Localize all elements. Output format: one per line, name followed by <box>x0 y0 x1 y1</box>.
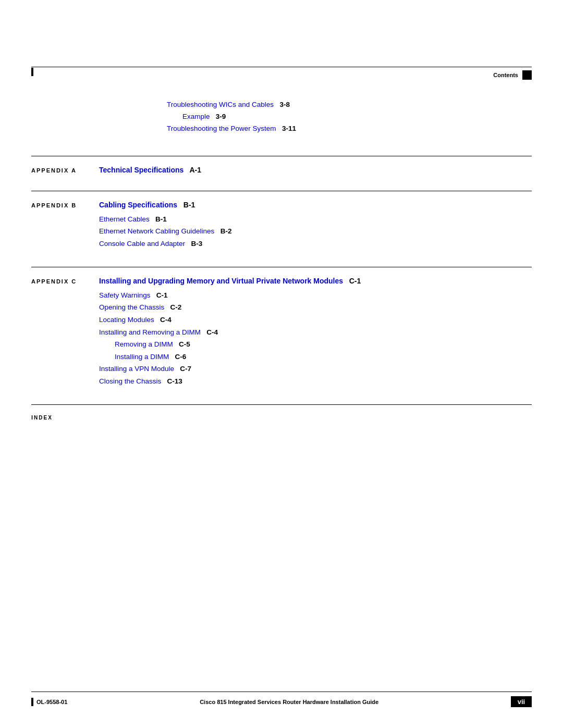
appendix-c-entry-5-text: Removing a DIMM <box>115 340 173 348</box>
appendix-b-entries: Ethernet Cables B-1 Ethernet Network Cab… <box>99 213 532 250</box>
left-top-bar <box>31 68 33 76</box>
appendix-b-row: APPENDIX B Cabling Specifications B-1 <box>31 201 532 209</box>
toc-entry-example-page: 3-9 <box>212 113 226 120</box>
contents-header: Contents <box>493 70 532 80</box>
appendix-b-entry-1[interactable]: Ethernet Cables B-1 <box>99 213 532 226</box>
toc-entry-wics-text: Troubleshooting WICs and Cables <box>167 101 274 108</box>
appendix-c-label: APPENDIX C <box>31 278 99 285</box>
footer-title: Cisco 815 Integrated Services Router Har… <box>67 699 511 705</box>
footer: OL-9558-01 Cisco 815 Integrated Services… <box>0 692 563 707</box>
appendix-a-section: APPENDIX A Technical Specifications A-1 <box>31 156 532 174</box>
appendix-c-entry-3[interactable]: Locating Modules C-4 <box>99 314 532 326</box>
toc-entry-power-text: Troubleshooting the Power System <box>167 125 276 132</box>
footer-top-line <box>31 692 532 692</box>
appendix-c-entry-6-page: C-6 <box>171 353 186 361</box>
appendix-a-title[interactable]: Technical Specifications A-1 <box>99 166 201 174</box>
appendix-a-label: APPENDIX A <box>31 167 99 174</box>
appendix-b-entry-3-page: B-3 <box>187 240 202 248</box>
appendix-c-entry-4[interactable]: Installing and Removing a DIMM C-4 <box>99 326 532 339</box>
appendix-b-page: B-1 <box>179 201 195 209</box>
top-rule-area <box>0 67 563 67</box>
appendix-c-entries: Safety Warnings C-1 Opening the Chassis … <box>99 289 532 388</box>
appendix-c-entry-4-page: C-4 <box>203 328 218 336</box>
appendix-c-entry-7[interactable]: Installing a VPN Module C-7 <box>99 363 532 375</box>
appendix-c-entry-5[interactable]: Removing a DIMM C-5 <box>115 338 532 351</box>
appendix-c-entry-2[interactable]: Opening the Chassis C-2 <box>99 301 532 314</box>
appendix-c-entry-8-page: C-13 <box>163 377 182 385</box>
index-label: INDEX <box>31 414 53 421</box>
index-section: INDEX <box>31 404 532 422</box>
appendix-b-entry-1-text: Ethernet Cables <box>99 215 150 223</box>
footer-left-bar <box>31 698 33 706</box>
contents-label: Contents <box>493 72 518 78</box>
contents-black-rect <box>522 70 532 80</box>
appendix-c-row: APPENDIX C Installing and Upgrading Memo… <box>31 277 532 285</box>
appendix-c-entry-6[interactable]: Installing a DIMM C-6 <box>115 351 532 363</box>
appendix-b-title[interactable]: Cabling Specifications B-1 <box>99 201 195 209</box>
appendix-c-entry-3-text: Locating Modules <box>99 316 154 324</box>
appendix-c-entry-2-text: Opening the Chassis <box>99 303 164 311</box>
appendix-c-entry-3-page: C-4 <box>156 316 172 324</box>
toc-continuation: Troubleshooting WICs and Cables 3-8 Exam… <box>167 99 532 135</box>
appendix-c-title-text: Installing and Upgrading Memory and Virt… <box>99 277 343 285</box>
appendix-b-title-text: Cabling Specifications <box>99 201 177 209</box>
appendix-c-entry-7-text: Installing a VPN Module <box>99 365 174 373</box>
appendix-c-entry-1[interactable]: Safety Warnings C-1 <box>99 289 532 302</box>
toc-entry-example-text: Example <box>182 113 210 120</box>
toc-entry-wics-page: 3-8 <box>276 101 290 108</box>
page-container: Contents Troubleshooting WICs and Cables… <box>0 0 563 728</box>
appendix-c-entry-6-text: Installing a DIMM <box>115 353 169 361</box>
appendix-b-entry-2-text: Ethernet Network Cabling Guidelines <box>99 227 214 235</box>
appendix-c-entry-1-page: C-1 <box>152 291 167 299</box>
appendix-b-section: APPENDIX B Cabling Specifications B-1 Et… <box>31 191 532 250</box>
footer-page-num: vii <box>511 696 532 707</box>
appendix-c-section: APPENDIX C Installing and Upgrading Memo… <box>31 267 532 388</box>
footer-left: OL-9558-01 <box>31 698 67 706</box>
appendix-c-entry-7-page: C-7 <box>176 365 191 373</box>
appendix-c-entry-5-page: C-5 <box>175 340 190 348</box>
appendix-c-entry-2-page: C-2 <box>166 303 181 311</box>
appendix-c-entry-4-text: Installing and Removing a DIMM <box>99 328 201 336</box>
appendix-b-entry-2[interactable]: Ethernet Network Cabling Guidelines B-2 <box>99 225 532 238</box>
top-rule-line <box>31 67 532 67</box>
appendix-b-entry-3[interactable]: Console Cable and Adapter B-3 <box>99 238 532 250</box>
appendix-c-entry-8[interactable]: Closing the Chassis C-13 <box>99 375 532 388</box>
appendix-c-title[interactable]: Installing and Upgrading Memory and Virt… <box>99 277 361 285</box>
appendix-a-title-text: Technical Specifications <box>99 166 183 174</box>
footer-content: OL-9558-01 Cisco 815 Integrated Services… <box>31 696 532 707</box>
toc-entry-wics[interactable]: Troubleshooting WICs and Cables 3-8 <box>167 99 532 111</box>
appendix-c-entry-1-text: Safety Warnings <box>99 291 151 299</box>
appendix-b-entry-2-page: B-2 <box>216 227 231 235</box>
toc-entry-power-page: 3-11 <box>278 125 296 132</box>
appendix-b-entry-1-page: B-1 <box>152 215 167 223</box>
appendix-a-page: A-1 <box>186 166 201 174</box>
footer-doc-num: OL-9558-01 <box>36 699 67 705</box>
main-content: Troubleshooting WICs and Cables 3-8 Exam… <box>31 99 532 432</box>
appendix-b-entry-3-text: Console Cable and Adapter <box>99 240 185 248</box>
appendix-a-row: APPENDIX A Technical Specifications A-1 <box>31 166 532 174</box>
appendix-c-page: C-1 <box>345 277 361 285</box>
toc-entry-power[interactable]: Troubleshooting the Power System 3-11 <box>167 123 532 135</box>
appendix-b-label: APPENDIX B <box>31 202 99 208</box>
appendix-c-entry-8-text: Closing the Chassis <box>99 377 161 385</box>
toc-entry-example[interactable]: Example 3-9 <box>182 111 532 123</box>
